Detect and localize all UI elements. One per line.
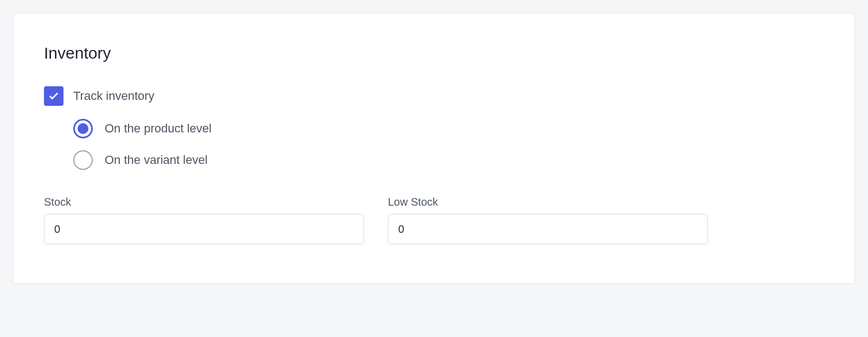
- low-stock-label: Low Stock: [388, 196, 708, 208]
- radio-row-variant-level: On the variant level: [73, 150, 824, 170]
- stock-label: Stock: [44, 196, 364, 208]
- inventory-card: Inventory Track inventory On the product…: [13, 13, 855, 284]
- radio-label-variant-level: On the variant level: [105, 153, 208, 167]
- stock-field: Stock: [44, 196, 364, 244]
- track-inventory-row: Track inventory: [44, 86, 824, 106]
- inventory-level-radio-group: On the product level On the variant leve…: [73, 119, 824, 170]
- track-inventory-label: Track inventory: [73, 89, 155, 103]
- radio-label-product-level: On the product level: [105, 122, 212, 136]
- radio-dot-icon: [78, 123, 88, 134]
- radio-product-level[interactable]: [73, 119, 93, 138]
- radio-variant-level[interactable]: [73, 150, 93, 170]
- track-inventory-checkbox[interactable]: [44, 86, 63, 106]
- low-stock-field: Low Stock: [388, 196, 708, 244]
- section-title: Inventory: [44, 44, 824, 62]
- stock-input[interactable]: [44, 214, 364, 244]
- check-icon: [48, 90, 60, 102]
- stock-fields-row: Stock Low Stock: [44, 196, 824, 244]
- radio-row-product-level: On the product level: [73, 119, 824, 138]
- low-stock-input[interactable]: [388, 214, 708, 244]
